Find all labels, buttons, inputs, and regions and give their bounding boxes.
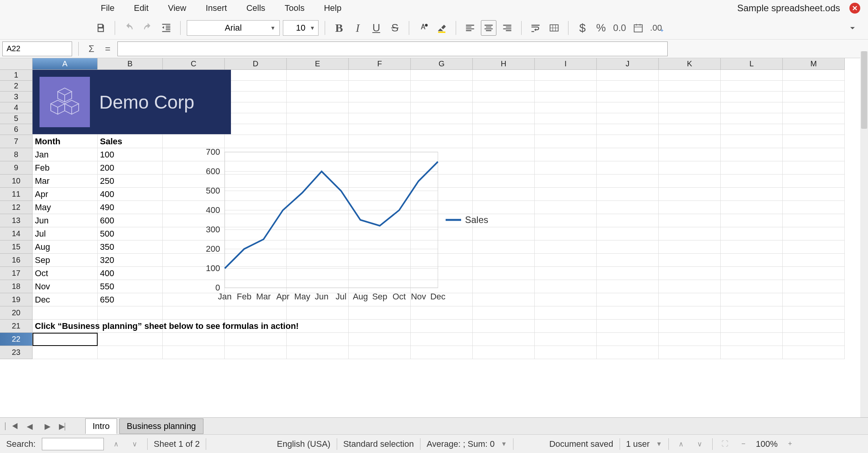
column-header-C[interactable]: C (163, 58, 225, 70)
cell-B10[interactable]: 250 (98, 175, 163, 188)
cell-M7[interactable] (783, 135, 845, 148)
cell-J6[interactable] (597, 124, 659, 135)
cell-J13[interactable] (597, 214, 659, 227)
cell-J23[interactable] (597, 346, 659, 359)
row-header-11[interactable]: 11 (0, 188, 33, 201)
vertical-scrollbar[interactable] (860, 51, 868, 417)
cell-H20[interactable] (473, 306, 535, 320)
row-header-1[interactable]: 1 (0, 70, 33, 81)
cell-K6[interactable] (659, 124, 721, 135)
cell-G23[interactable] (411, 346, 473, 359)
row-header-19[interactable]: 19 (0, 293, 33, 306)
cell-L21[interactable] (721, 320, 783, 333)
menu-edit[interactable]: Edit (134, 3, 148, 13)
cell-L7[interactable] (721, 135, 783, 148)
save-icon[interactable] (93, 20, 108, 36)
cell-M17[interactable] (783, 267, 845, 280)
cell-D2[interactable] (225, 81, 287, 92)
formula-input[interactable] (117, 41, 668, 56)
cell-A20[interactable] (33, 306, 98, 320)
cell-J22[interactable] (597, 333, 659, 346)
cell-B19[interactable]: 650 (98, 293, 163, 306)
cell-A14[interactable]: Jul (33, 227, 98, 240)
row-header-15[interactable]: 15 (0, 240, 33, 254)
cell-B15[interactable]: 350 (98, 240, 163, 254)
cell-K11[interactable] (659, 188, 721, 201)
cell-C23[interactable] (163, 346, 225, 359)
cell-C22[interactable] (163, 333, 225, 346)
cell-A22[interactable] (33, 333, 98, 346)
cell-J18[interactable] (597, 280, 659, 293)
prev-sheet-icon[interactable]: ◀ (22, 420, 37, 432)
cell-M11[interactable] (783, 188, 845, 201)
cell-K15[interactable] (659, 240, 721, 254)
cell-J8[interactable] (597, 148, 659, 161)
cell-H23[interactable] (473, 346, 535, 359)
cell-M18[interactable] (783, 280, 845, 293)
cell-M6[interactable] (783, 124, 845, 135)
cell-F2[interactable] (349, 81, 411, 92)
cell-D5[interactable] (225, 113, 287, 124)
row-header-17[interactable]: 17 (0, 267, 33, 280)
cell-I14[interactable] (535, 227, 597, 240)
cell-G3[interactable] (411, 92, 473, 102)
cell-J20[interactable] (597, 306, 659, 320)
cell-J19[interactable] (597, 293, 659, 306)
align-left-icon[interactable] (462, 20, 478, 36)
cell-L11[interactable] (721, 188, 783, 201)
cell-E23[interactable] (287, 346, 349, 359)
cell-L20[interactable] (721, 306, 783, 320)
cell-A17[interactable]: Oct (33, 267, 98, 280)
cell-I2[interactable] (535, 81, 597, 92)
row-header-8[interactable]: 8 (0, 148, 33, 161)
sales-chart[interactable]: 0100200300400500600700JanFebMarAprMayJun… (198, 144, 492, 307)
cell-B22[interactable] (98, 333, 163, 346)
cell-E3[interactable] (287, 92, 349, 102)
menu-help[interactable]: Help (324, 3, 341, 13)
cell-G22[interactable] (411, 333, 473, 346)
cell-H5[interactable] (473, 113, 535, 124)
strikethrough-icon[interactable]: S (387, 20, 403, 36)
cell-M12[interactable] (783, 201, 845, 214)
cell-J2[interactable] (597, 81, 659, 92)
cell-J10[interactable] (597, 175, 659, 188)
cell-F5[interactable] (349, 113, 411, 124)
cell-K10[interactable] (659, 175, 721, 188)
cell-J7[interactable] (597, 135, 659, 148)
cell-I13[interactable] (535, 214, 597, 227)
cell-A15[interactable]: Aug (33, 240, 98, 254)
cell-K19[interactable] (659, 293, 721, 306)
users-down-icon[interactable]: ∨ (694, 438, 706, 450)
column-header-A[interactable]: A (33, 58, 98, 70)
cell-M20[interactable] (783, 306, 845, 320)
cell-K21[interactable] (659, 320, 721, 333)
cell-F4[interactable] (349, 102, 411, 113)
zoom-level[interactable]: 100% (756, 439, 778, 449)
cell-A23[interactable] (33, 346, 98, 359)
language-status[interactable]: English (USA) (277, 439, 330, 449)
cell-M8[interactable] (783, 148, 845, 161)
row-header-10[interactable]: 10 (0, 175, 33, 188)
cell-K14[interactable] (659, 227, 721, 240)
zoom-in-icon[interactable]: + (784, 438, 796, 450)
cell-A13[interactable]: Jun (33, 214, 98, 227)
cell-K17[interactable] (659, 267, 721, 280)
cell-E22[interactable] (287, 333, 349, 346)
equals-icon[interactable]: = (101, 42, 114, 55)
cell-L9[interactable] (721, 161, 783, 175)
first-sheet-icon[interactable]: ⎸◀ (4, 420, 19, 432)
font-name-select[interactable]: Arial▼ (187, 20, 280, 36)
cell-B8[interactable]: 100 (98, 148, 163, 161)
undo-icon[interactable] (121, 20, 137, 36)
cell-L8[interactable] (721, 148, 783, 161)
cell-G1[interactable] (411, 70, 473, 81)
row-header-7[interactable]: 7 (0, 135, 33, 148)
highlight-icon[interactable] (434, 20, 450, 36)
cell-F21[interactable] (349, 320, 411, 333)
users-status[interactable]: 1 user (626, 439, 650, 449)
menu-insert[interactable]: Insert (206, 3, 227, 13)
cell-M14[interactable] (783, 227, 845, 240)
column-header-G[interactable]: G (411, 58, 473, 70)
cell-F20[interactable] (349, 306, 411, 320)
cell-E20[interactable] (287, 306, 349, 320)
